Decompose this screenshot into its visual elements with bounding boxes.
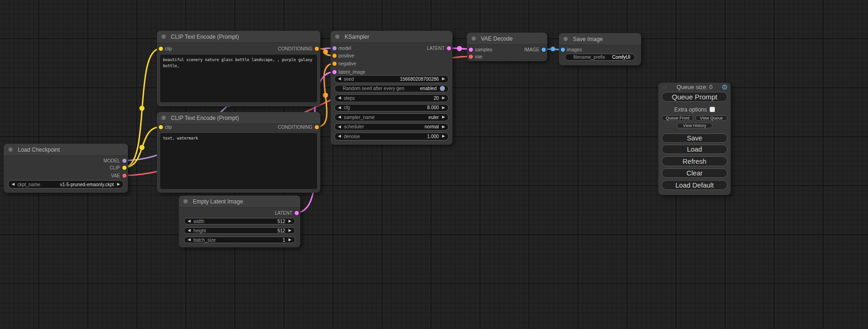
settings-gear-icon[interactable]: ⚙	[722, 84, 728, 91]
clear-button[interactable]: Clear	[662, 168, 727, 178]
arrow-right-icon[interactable]: ▶	[289, 219, 291, 223]
model-input-port[interactable]	[332, 46, 337, 50]
save-button[interactable]: Save	[662, 133, 727, 143]
wire-dot	[550, 47, 555, 51]
latent-output-port[interactable]	[447, 46, 451, 50]
view-history-button[interactable]: View History	[677, 123, 713, 128]
prompt-textarea[interactable]: beautiful scenery nature glass bottle la…	[160, 55, 317, 102]
collapse-dot-icon[interactable]	[8, 147, 13, 152]
arrow-left-icon[interactable]: ◀	[338, 77, 341, 81]
slot-row: positive	[331, 52, 452, 59]
arrow-right-icon[interactable]: ▶	[289, 229, 291, 232]
arrow-left-icon[interactable]: ◀	[188, 219, 191, 223]
prompt-textarea[interactable]: text, watermark	[160, 133, 317, 189]
widget-filename-prefix[interactable]: filename_prefix ComfyUI	[565, 54, 635, 61]
extra-options-checkbox[interactable]	[710, 107, 715, 112]
widget-label: width	[193, 219, 204, 224]
widget-sampler-name[interactable]: ◀ sampler_name euler ▶	[334, 113, 449, 121]
collapse-dot-icon[interactable]	[472, 36, 476, 41]
conditioning-port[interactable]	[315, 47, 319, 51]
arrow-left-icon[interactable]: ◀	[338, 134, 341, 138]
conditioning-port[interactable]	[315, 125, 319, 129]
output-slot-vae: VAE	[4, 172, 128, 179]
arrow-right-icon[interactable]: ▶	[289, 238, 291, 242]
node-header[interactable]: Empty Latent Image	[179, 196, 300, 208]
widget-random-seed-toggle[interactable]: Random seed after every gen enabled	[334, 85, 449, 93]
arrow-right-icon[interactable]: ▶	[442, 125, 445, 129]
widget-denoise[interactable]: ◀ denoise 1.000 ▶	[334, 133, 449, 140]
node-load-checkpoint[interactable]: Load Checkpoint MODEL CLIP VAE ◀ ckpt_na…	[4, 144, 128, 193]
node-ksampler[interactable]: KSampler model LATENT positive negative …	[331, 31, 452, 145]
arrow-left-icon[interactable]: ◀	[338, 115, 341, 119]
widget-label: seed	[344, 77, 354, 82]
arrow-right-icon[interactable]: ▶	[117, 182, 120, 186]
slot-row: latent_image	[331, 68, 452, 76]
wire-dot	[140, 145, 145, 150]
node-graph-canvas[interactable]: Load Checkpoint MODEL CLIP VAE ◀ ckpt_na…	[0, 0, 868, 329]
clip-port[interactable]	[122, 166, 127, 170]
collapse-dot-icon[interactable]	[162, 35, 166, 39]
slot-row: model LATENT	[331, 44, 452, 52]
samples-input-port[interactable]	[469, 48, 473, 52]
node-header[interactable]: KSampler	[331, 31, 452, 43]
node-header[interactable]: CLIP Text Encode (Prompt)	[157, 112, 320, 124]
latent-output-port[interactable]	[295, 211, 299, 215]
vae-port[interactable]	[122, 174, 127, 178]
load-default-button[interactable]: Load Default	[662, 180, 727, 190]
arrow-right-icon[interactable]: ▶	[442, 106, 445, 110]
load-button[interactable]: Load	[662, 145, 727, 154]
arrow-left-icon[interactable]: ◀	[12, 182, 14, 186]
widget-height[interactable]: ◀ height 512 ▶	[184, 227, 295, 234]
refresh-button[interactable]: Refresh	[662, 156, 727, 166]
collapse-dot-icon[interactable]	[162, 116, 166, 120]
widget-ckpt-name[interactable]: ◀ ckpt_name v1-5-pruned-emaonly.ckpt ▶	[8, 180, 124, 189]
node-vae-decode[interactable]: VAE Decode samples IMAGE vae	[467, 33, 547, 61]
node-header[interactable]: Load Checkpoint	[4, 144, 128, 156]
arrow-right-icon[interactable]: ▶	[442, 96, 445, 100]
clip-input-port[interactable]	[159, 125, 163, 129]
drag-handle-icon[interactable]: ⋮⋮	[661, 85, 666, 90]
widget-label: sampler_name	[344, 115, 374, 120]
node-empty-latent-image[interactable]: Empty Latent Image LATENT ◀ width 512 ▶ …	[179, 196, 300, 247]
widget-label: denoise	[344, 134, 360, 139]
toggle-circle-icon[interactable]	[440, 86, 445, 91]
arrow-right-icon[interactable]: ▶	[442, 77, 445, 81]
widget-batch-size[interactable]: ◀ batch_size 1 ▶	[184, 237, 295, 243]
arrow-right-icon[interactable]: ▶	[442, 134, 445, 138]
negative-input-port[interactable]	[332, 62, 337, 66]
widget-scheduler[interactable]: ◀ scheduler normal ▶	[334, 123, 449, 131]
images-input-port[interactable]	[561, 48, 565, 52]
arrow-left-icon[interactable]: ◀	[188, 229, 191, 232]
node-clip-text-encode-negative[interactable]: CLIP Text Encode (Prompt) clip CONDITION…	[157, 112, 320, 193]
queue-prompt-button[interactable]: Queue Prompt	[662, 92, 727, 102]
arrow-right-icon[interactable]: ▶	[442, 115, 445, 119]
positive-input-port[interactable]	[332, 54, 337, 58]
node-clip-text-encode-positive[interactable]: CLIP Text Encode (Prompt) clip CONDITION…	[157, 31, 320, 106]
widget-cfg[interactable]: ◀ cfg 8.000 ▶	[334, 104, 449, 112]
queue-front-button[interactable]: Queue Front	[662, 115, 693, 121]
view-queue-button[interactable]: View Queue	[695, 115, 727, 121]
widget-value: 512	[277, 219, 285, 224]
latent-image-input-port[interactable]	[332, 70, 337, 74]
widget-width[interactable]: ◀ width 512 ▶	[184, 218, 295, 224]
arrow-left-icon[interactable]: ◀	[188, 238, 191, 242]
node-header[interactable]: Save Image	[559, 33, 641, 45]
arrow-left-icon[interactable]: ◀	[338, 106, 341, 110]
node-header[interactable]: VAE Decode	[467, 33, 547, 45]
collapse-dot-icon[interactable]	[564, 37, 568, 41]
image-output-port[interactable]	[542, 48, 546, 52]
input-label: clip	[165, 46, 172, 51]
vae-input-port[interactable]	[469, 55, 473, 59]
node-title: Empty Latent Image	[193, 198, 243, 205]
widget-steps[interactable]: ◀ steps 20 ▶	[334, 94, 449, 102]
node-header[interactable]: CLIP Text Encode (Prompt)	[157, 31, 320, 43]
collapse-dot-icon[interactable]	[335, 35, 339, 39]
arrow-left-icon[interactable]: ◀	[338, 96, 341, 100]
clip-input-port[interactable]	[159, 47, 163, 51]
widget-seed[interactable]: ◀ seed 156680208700286 ▶	[334, 75, 449, 83]
node-save-image[interactable]: Save Image images filename_prefix ComfyU…	[559, 33, 641, 65]
slot-row: clip CONDITIONING	[157, 45, 320, 52]
collapse-dot-icon[interactable]	[183, 199, 188, 203]
model-port[interactable]	[122, 159, 127, 163]
arrow-left-icon[interactable]: ◀	[338, 125, 341, 129]
